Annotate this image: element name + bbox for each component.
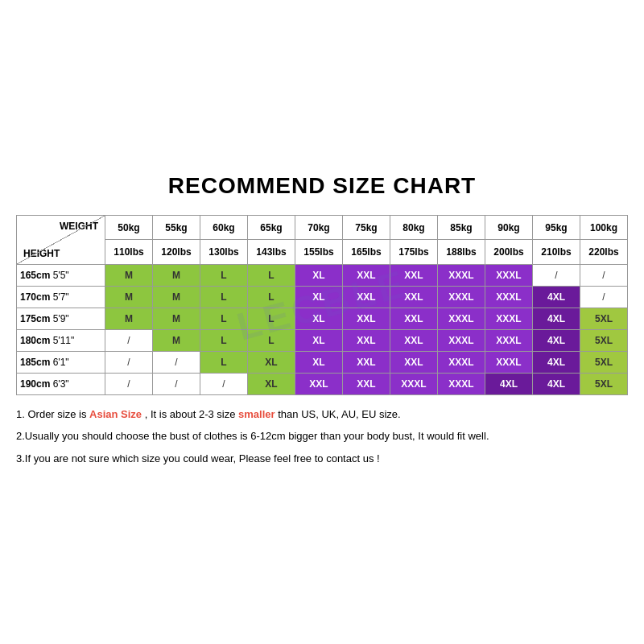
weight-header-row: WEIGHT HEIGHT 50kg 55kg 60kg 65kg 70kg 7… [17,215,628,240]
size-cell-5-10: 5XL [580,373,628,394]
height-cell-3: 180cm 5'11" [17,329,105,351]
size-cell-0-4: XL [295,264,343,286]
weight-85: 85kg [438,215,485,240]
size-cell-0-8: XXXL [485,264,533,286]
size-cell-3-2: L [200,329,248,351]
size-cell-2-5: XXL [343,308,390,329]
size-cell-2-8: XXXL [485,308,533,329]
size-cell-3-4: XL [295,329,343,351]
size-cell-1-8: XXXL [485,286,533,308]
table-row: 165cm 5'5"MMLLXLXXLXXLXXXLXXXL// [17,264,628,286]
size-cell-1-1: M [153,286,200,308]
lbs-header-row: 110lbs 120lbs 130lbs 143lbs 155lbs 165lb… [17,240,628,265]
size-cell-3-9: 4XL [533,329,580,351]
note-3: 3.If you are not sure which size you cou… [16,449,628,468]
size-cell-0-9: / [533,264,580,286]
weight-55: 55kg [153,215,200,240]
lbs-188: 188lbs [438,240,485,265]
size-cell-5-7: XXXL [438,373,485,394]
height-cell-1: 170cm 5'7" [17,286,105,308]
size-cell-3-3: L [248,329,295,351]
height-cell-5: 190cm 6'3" [17,373,105,394]
size-cell-0-7: XXXL [438,264,485,286]
note-1-after: than US, UK, AU, EU size. [278,408,400,420]
size-cell-0-0: M [105,264,153,286]
weight-75: 75kg [343,215,390,240]
size-cell-1-6: XXL [390,286,438,308]
size-cell-2-0: M [105,308,153,329]
weight-50: 50kg [105,215,153,240]
size-cell-5-5: XXL [343,373,390,394]
page-title: RECOMMEND SIZE CHART [168,173,476,199]
size-cell-4-5: XXL [343,351,390,373]
size-cell-0-5: XXL [343,264,390,286]
weight-95: 95kg [533,215,580,240]
size-cell-3-8: XXXL [485,329,533,351]
size-cell-1-7: XXXL [438,286,485,308]
lbs-165: 165lbs [343,240,390,265]
size-cell-1-9: 4XL [533,286,580,308]
lbs-155: 155lbs [295,240,343,265]
size-cell-3-6: XXL [390,329,438,351]
size-chart-container: LECBLE WEIGHT HEIGHT 50kg 55kg 60kg 65kg… [16,215,628,395]
size-cell-2-9: 4XL [533,308,580,329]
size-cell-2-10: 5XL [580,308,628,329]
size-cell-4-7: XXXL [438,351,485,373]
lbs-200: 200lbs [485,240,533,265]
size-cell-4-10: 5XL [580,351,628,373]
size-cell-4-9: 4XL [533,351,580,373]
table-row: 180cm 5'11"/MLLXLXXLXXLXXXLXXXL4XL5XL [17,329,628,351]
size-cell-2-1: M [153,308,200,329]
size-cell-4-6: XXL [390,351,438,373]
size-cell-5-2: / [200,373,248,394]
size-cell-4-3: XL [248,351,295,373]
lbs-175: 175lbs [390,240,438,265]
size-cell-3-0: / [105,329,153,351]
note-2-text: 2.Usually you should choose the bust of … [16,430,489,442]
weight-65: 65kg [248,215,295,240]
note-1-highlight2: smaller [238,408,275,420]
lbs-110: 110lbs [105,240,153,265]
size-cell-5-0: / [105,373,153,394]
corner-height-label: HEIGHT [23,248,60,259]
notes-section: 1. Order size is Asian Size , It is abou… [16,405,628,471]
size-cell-0-2: L [200,264,248,286]
size-chart-table: WEIGHT HEIGHT 50kg 55kg 60kg 65kg 70kg 7… [16,215,628,395]
size-cell-5-3: XL [248,373,295,394]
table-row: 185cm 6'1"//LXLXLXXLXXLXXXLXXXL4XL5XL [17,351,628,373]
size-cell-1-4: XL [295,286,343,308]
note-1-highlight1: Asian Size [89,408,142,420]
size-cell-0-3: L [248,264,295,286]
lbs-210: 210lbs [533,240,580,265]
table-row: 175cm 5'9"MMLLXLXXLXXLXXXLXXXL4XL5XL [17,308,628,329]
height-cell-0: 165cm 5'5" [17,264,105,286]
size-cell-2-2: L [200,308,248,329]
size-cell-0-6: XXL [390,264,438,286]
note-1-before: Order size is [27,408,89,420]
size-cell-5-1: / [153,373,200,394]
size-cell-5-8: 4XL [485,373,533,394]
size-cell-4-1: / [153,351,200,373]
size-cell-4-2: L [200,351,248,373]
note-3-text: 3.If you are not sure which size you cou… [16,452,380,464]
corner-cell: WEIGHT HEIGHT [17,215,105,264]
size-cell-5-4: XXL [295,373,343,394]
lbs-143: 143lbs [248,240,295,265]
size-cell-1-0: M [105,286,153,308]
note-1: 1. Order size is Asian Size , It is abou… [16,405,628,423]
lbs-220: 220lbs [580,240,628,265]
note-1-middle: , It is about 2-3 size [145,408,238,420]
size-cell-1-3: L [248,286,295,308]
size-cell-2-3: L [248,308,295,329]
lbs-130: 130lbs [200,240,248,265]
size-cell-0-10: / [580,264,628,286]
size-cell-2-6: XXL [390,308,438,329]
size-cell-3-1: M [153,329,200,351]
weight-100: 100kg [580,215,628,240]
table-row: 170cm 5'7"MMLLXLXXLXXLXXXLXXXL4XL/ [17,286,628,308]
table-row: 190cm 6'3"///XLXXLXXLXXXLXXXL4XL4XL5XL [17,373,628,394]
corner-weight-label: WEIGHT [60,221,98,232]
height-cell-2: 175cm 5'9" [17,308,105,329]
weight-90: 90kg [485,215,533,240]
size-cell-4-0: / [105,351,153,373]
